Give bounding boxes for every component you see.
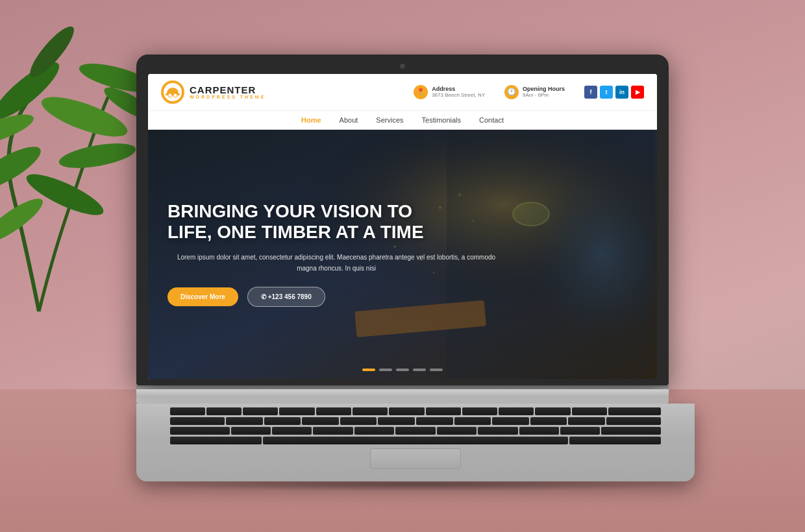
website-header: CARPENTER WORDPRESS THEME 📍 Address 3673… bbox=[148, 74, 657, 111]
key bbox=[568, 417, 605, 425]
laptop-base bbox=[136, 389, 669, 404]
key bbox=[170, 427, 230, 435]
key bbox=[170, 407, 205, 415]
key bbox=[601, 427, 661, 435]
keyboard-row-3 bbox=[170, 427, 662, 435]
logo-title: CARPENTER bbox=[190, 85, 266, 95]
header-info: 📍 Address 3673 Beech Street, NY 🕐 Openin… bbox=[414, 85, 644, 99]
svg-point-14 bbox=[173, 93, 177, 97]
laptop: CARPENTER WORDPRESS THEME 📍 Address 3673… bbox=[136, 54, 669, 491]
hero-buttons: Discover More ✆ +123 456 7890 bbox=[167, 287, 505, 307]
key bbox=[499, 407, 534, 415]
key-shift bbox=[170, 437, 262, 444]
nav-testimonials[interactable]: Testimonials bbox=[422, 116, 462, 124]
logo-text: CARPENTER WORDPRESS THEME bbox=[190, 85, 266, 99]
key bbox=[454, 417, 491, 425]
youtube-icon[interactable]: ▶ bbox=[631, 86, 644, 99]
key-shift-r bbox=[569, 437, 661, 444]
key bbox=[231, 427, 271, 435]
key bbox=[478, 427, 517, 435]
key bbox=[272, 427, 312, 435]
logo-icon bbox=[161, 80, 184, 104]
nav-about[interactable]: About bbox=[340, 116, 358, 124]
hero-content: BRINGING YOUR VISION TO LIFE, ONE TIMBER… bbox=[148, 201, 525, 307]
linkedin-icon[interactable]: in bbox=[615, 86, 628, 99]
nav-contact[interactable]: Contact bbox=[479, 116, 504, 124]
keyboard-row-1 bbox=[170, 407, 662, 415]
logo-subtitle: WORDPRESS THEME bbox=[190, 95, 266, 99]
key bbox=[316, 407, 351, 415]
slider-dot-2[interactable] bbox=[379, 369, 392, 371]
slider-dot-3[interactable] bbox=[396, 369, 409, 371]
key bbox=[378, 417, 415, 425]
key bbox=[226, 417, 263, 425]
key bbox=[572, 407, 607, 415]
laptop-lid: CARPENTER WORDPRESS THEME 📍 Address 3673… bbox=[136, 54, 669, 385]
key bbox=[264, 417, 301, 425]
social-icons: f t in ▶ bbox=[584, 86, 644, 99]
key bbox=[608, 407, 661, 415]
svg-point-13 bbox=[168, 93, 172, 97]
hero-section: BRINGING YOUR VISION TO LIFE, ONE TIMBER… bbox=[148, 130, 657, 379]
key bbox=[206, 407, 242, 415]
slider-dot-5[interactable] bbox=[430, 369, 443, 371]
key bbox=[354, 427, 394, 435]
key bbox=[395, 427, 435, 435]
key bbox=[313, 427, 353, 435]
key bbox=[389, 407, 424, 415]
clock-icon: 🕐 bbox=[504, 85, 519, 99]
discover-more-button[interactable]: Discover More bbox=[167, 287, 238, 306]
laptop-camera bbox=[400, 64, 405, 69]
key bbox=[492, 417, 529, 425]
key bbox=[353, 407, 388, 415]
key bbox=[340, 417, 377, 425]
key bbox=[560, 427, 600, 435]
hero-description: Lorem ipsum dolor sit amet, consectetur … bbox=[167, 252, 505, 274]
hours-info: 🕐 Opening Hours 9Am - 6Pm bbox=[504, 85, 565, 99]
address-text: Address 3673 Beech Street, NY bbox=[432, 86, 485, 98]
key bbox=[416, 417, 453, 425]
nav-services[interactable]: Services bbox=[376, 116, 403, 124]
laptop-keyboard bbox=[136, 404, 695, 481]
key bbox=[606, 417, 662, 425]
key bbox=[302, 417, 339, 425]
key bbox=[279, 407, 314, 415]
hero-title: BRINGING YOUR VISION TO LIFE, ONE TIMBER… bbox=[167, 201, 505, 243]
key-space bbox=[263, 437, 569, 444]
phone-button[interactable]: ✆ +123 456 7890 bbox=[247, 287, 325, 307]
location-icon: 📍 bbox=[414, 85, 428, 99]
slider-dot-4[interactable] bbox=[413, 369, 426, 371]
keyboard-row-4 bbox=[170, 437, 662, 444]
svg-point-6 bbox=[57, 139, 138, 173]
nav-home[interactable]: Home bbox=[301, 116, 321, 124]
laptop-screen: CARPENTER WORDPRESS THEME 📍 Address 3673… bbox=[148, 74, 657, 379]
laptop-hinge bbox=[136, 385, 669, 389]
twitter-icon[interactable]: t bbox=[600, 86, 613, 99]
facebook-icon[interactable]: f bbox=[584, 86, 597, 99]
slider-dots bbox=[362, 369, 443, 371]
key bbox=[462, 407, 497, 415]
keyboard-rows bbox=[170, 407, 662, 444]
key bbox=[535, 407, 570, 415]
hours-text: Opening Hours 9Am - 6Pm bbox=[523, 86, 565, 98]
key bbox=[170, 417, 225, 425]
key bbox=[530, 417, 567, 425]
key bbox=[426, 407, 461, 415]
navigation: Home About Services Testimonials Contact bbox=[148, 111, 657, 130]
trackpad[interactable] bbox=[370, 448, 461, 469]
website: CARPENTER WORDPRESS THEME 📍 Address 3673… bbox=[148, 74, 657, 379]
logo: CARPENTER WORDPRESS THEME bbox=[161, 80, 266, 104]
key bbox=[243, 407, 278, 415]
slider-dot-1[interactable] bbox=[362, 369, 375, 371]
key bbox=[519, 427, 559, 435]
address-info: 📍 Address 3673 Beech Street, NY bbox=[414, 85, 485, 99]
key bbox=[437, 427, 477, 435]
keyboard-row-2 bbox=[170, 417, 662, 425]
